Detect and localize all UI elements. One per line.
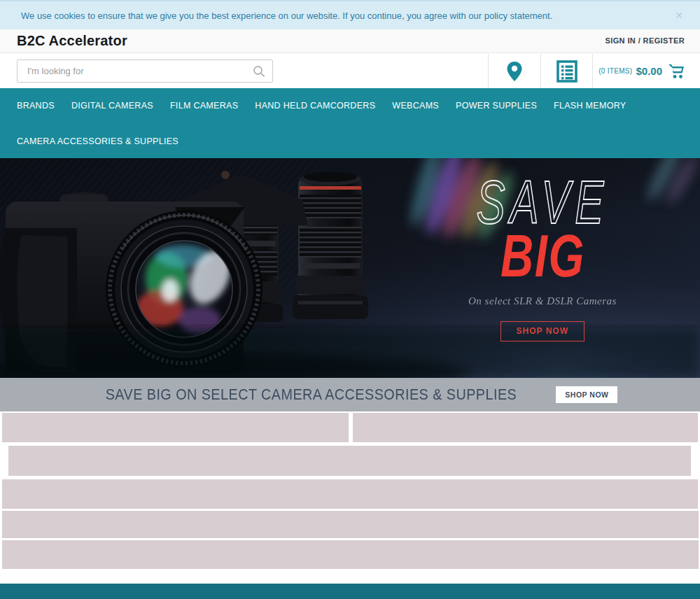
cookie-close-button[interactable]: ✕ <box>675 9 683 22</box>
header-top-row: B2C Accelerator SIGN IN / REGISTER <box>0 29 700 53</box>
hero-banner[interactable]: SAVE BIG On select SLR & DSLR Cameras SH… <box>0 158 700 378</box>
nav-item-digital-cameras[interactable]: DIGITAL CAMERAS <box>71 101 153 111</box>
storefront-page: We use cookies to ensure that we give yo… <box>0 0 700 599</box>
promo-strip-message: SAVE BIG ON SELECT CAMERA ACCESSORIES & … <box>105 386 517 404</box>
nav-item-brands[interactable]: BRANDS <box>17 101 55 111</box>
cart-total: $0.00 <box>636 65 662 77</box>
footer-strip <box>0 584 700 599</box>
nav-item-power-supplies[interactable]: POWER SUPPLIES <box>456 101 537 111</box>
cookie-message: We use cookies to ensure that we give yo… <box>0 10 552 21</box>
store-locator-button[interactable] <box>488 54 540 88</box>
search-icon[interactable] <box>253 65 265 78</box>
content-placeholder <box>2 413 349 442</box>
promo-strip: SAVE BIG ON SELECT CAMERA ACCESSORIES & … <box>0 378 700 411</box>
hero-headline-big: BIG <box>500 231 585 280</box>
nav-item-hand-held-camcorders[interactable]: HAND HELD CAMCORDERS <box>255 101 375 111</box>
content-placeholder <box>353 413 698 442</box>
nav-item-camera-accessories-supplies[interactable]: CAMERA ACCESSORIES & SUPPLIES <box>17 136 178 146</box>
hero-text-block: SAVE BIG On select SLR & DSLR Cameras SH… <box>438 175 648 341</box>
nav-item-flash-memory[interactable]: FLASH MEMORY <box>554 101 626 111</box>
close-icon: ✕ <box>675 10 683 21</box>
nav-item-webcams[interactable]: WEBCAMS <box>392 101 439 111</box>
content-placeholder <box>2 479 698 509</box>
nav-row-2: CAMERA ACCESSORIES & SUPPLIES <box>0 123 700 158</box>
content-placeholder <box>8 446 691 476</box>
search-input[interactable] <box>18 60 272 82</box>
minicart-button[interactable]: (0 ITEMS) $0.00 <box>592 54 700 88</box>
cart-items-count: (0 ITEMS) <box>598 67 632 75</box>
order-form-button[interactable] <box>540 54 592 88</box>
cookie-banner: We use cookies to ensure that we give yo… <box>0 0 700 29</box>
main-navigation: BRANDS DIGITAL CAMERAS FILM CAMERAS HAND… <box>0 88 700 158</box>
header-search-row: (0 ITEMS) $0.00 <box>0 54 700 88</box>
cart-icon <box>668 64 685 79</box>
sign-in-register-link[interactable]: SIGN IN / REGISTER <box>605 36 685 45</box>
search-box <box>17 59 273 83</box>
nav-row-1: BRANDS DIGITAL CAMERAS FILM CAMERAS HAND… <box>0 88 700 123</box>
content-placeholder <box>2 511 699 538</box>
nav-item-film-cameras[interactable]: FILM CAMERAS <box>170 101 238 111</box>
content-placeholder <box>2 540 699 569</box>
promo-shop-now-button[interactable]: SHOP NOW <box>556 386 617 403</box>
site-logo[interactable]: B2C Accelerator <box>17 33 127 49</box>
hero-subtitle: On select SLR & DSLR Cameras <box>438 295 648 307</box>
order-form-icon <box>556 60 578 83</box>
location-pin-icon <box>506 61 523 82</box>
hero-shop-now-button[interactable]: SHOP NOW <box>500 321 584 341</box>
